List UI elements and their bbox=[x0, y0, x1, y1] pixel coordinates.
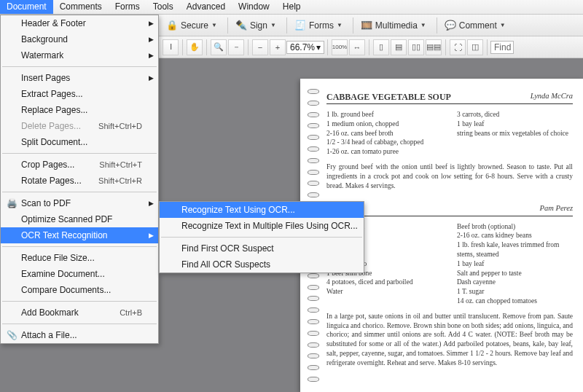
sign-tool[interactable]: ✒️ Sign ▼ bbox=[231, 18, 281, 33]
mi-recognize-text-ocr[interactable]: Recognize Text Using OCR... bbox=[160, 202, 364, 218]
mi-label: Add Bookmark bbox=[21, 307, 79, 318]
comment-tool[interactable]: 💬 Comment ▼ bbox=[440, 18, 510, 33]
mi-label: Recognize Text Using OCR... bbox=[181, 205, 295, 215]
ingredient: 1/2 - 3/4 head of cabbage, chopped bbox=[326, 138, 442, 147]
menubar: Document Comments Forms Tools Advanced W… bbox=[0, 0, 583, 15]
separator bbox=[248, 39, 249, 55]
submenu-arrow-icon: ▶ bbox=[149, 232, 154, 239]
mi-label: Background bbox=[21, 34, 68, 44]
shortcut: Shift+Ctrl+R bbox=[98, 176, 142, 185]
mi-recognize-multiple-ocr[interactable]: Recognize Text in Multiple Files Using O… bbox=[160, 218, 364, 234]
two-up[interactable]: ▯▯ bbox=[408, 39, 424, 55]
recipe1-title-row: CABBAGE VEGETABLE SOUP Lynda McCra bbox=[326, 92, 573, 104]
separator bbox=[353, 17, 353, 34]
plus-icon: + bbox=[275, 43, 280, 52]
separator bbox=[206, 39, 207, 55]
recipe1-body: Fry ground beef with the onion until bee… bbox=[326, 162, 573, 190]
mi-split-document[interactable]: Split Document... bbox=[1, 134, 158, 150]
separator bbox=[437, 17, 437, 34]
zoom-out[interactable]: － bbox=[228, 39, 244, 55]
mi-label: OCR Text Recognition bbox=[21, 230, 108, 240]
submenu-arrow-icon: ▶ bbox=[149, 74, 154, 82]
mi-label: Crop Pages... bbox=[21, 160, 74, 170]
recipe2-author: Pam Perez bbox=[540, 204, 573, 215]
single-page[interactable]: ▯ bbox=[373, 39, 389, 55]
reading-mode[interactable]: ◫ bbox=[467, 39, 483, 55]
ingredient: 2-16 oz. cans kidney beans bbox=[457, 231, 573, 240]
mi-insert-pages[interactable]: Insert Pages▶ bbox=[1, 70, 158, 86]
multimedia-tool[interactable]: 🎞️ Multimedia ▼ bbox=[356, 18, 431, 33]
mi-reduce-file-size[interactable]: Reduce File Size... bbox=[1, 250, 158, 266]
zoom-marquee[interactable]: 🔍 bbox=[211, 39, 227, 55]
mi-attach-file[interactable]: 📎Attach a File... bbox=[1, 327, 158, 343]
reading-icon: ◫ bbox=[472, 42, 479, 52]
mi-examine-document[interactable]: Examine Document... bbox=[1, 266, 158, 282]
comment-icon: 💬 bbox=[445, 20, 456, 31]
minus-icon: − bbox=[258, 43, 262, 52]
ingredient: Dash cayenne bbox=[457, 278, 573, 287]
ocr-submenu: Recognize Text Using OCR... Recognize Te… bbox=[159, 201, 364, 273]
menu-advanced[interactable]: Advanced bbox=[180, 0, 232, 14]
mi-scan-to-pdf[interactable]: 🖨️Scan to PDF▶ bbox=[1, 195, 158, 211]
zoom-combo[interactable]: 66.7% ▾ bbox=[286, 41, 324, 54]
recipe1-title: CABBAGE VEGETABLE SOUP bbox=[326, 92, 451, 103]
find-input[interactable]: Find bbox=[490, 41, 514, 54]
separator bbox=[487, 39, 488, 55]
two-up-cont[interactable]: ▤▤ bbox=[426, 39, 442, 55]
mi-label: Insert Pages bbox=[21, 73, 70, 83]
mi-rotate-pages[interactable]: Rotate Pages...Shift+Ctrl+R bbox=[1, 173, 158, 189]
mi-compare-documents[interactable]: Compare Documents... bbox=[1, 282, 158, 298]
menu-tools[interactable]: Tools bbox=[146, 0, 180, 14]
page-twoup-icon: ▯▯ bbox=[412, 42, 420, 52]
chevron-down-icon: ▾ bbox=[316, 42, 321, 52]
menu-comments[interactable]: Comments bbox=[53, 0, 109, 14]
page-single-icon: ▯ bbox=[379, 42, 383, 52]
chevron-down-icon: ▼ bbox=[420, 22, 426, 28]
menu-window[interactable]: Window bbox=[232, 0, 276, 14]
ingredient: Water bbox=[326, 287, 442, 297]
comment-label: Comment bbox=[459, 20, 497, 31]
zoom-value: 66.7% bbox=[290, 42, 315, 52]
mi-label: Optimize Scanned PDF bbox=[21, 214, 112, 224]
mi-background[interactable]: Background▶ bbox=[1, 31, 158, 47]
fit-width[interactable]: ↔ bbox=[349, 39, 365, 55]
mi-replace-pages[interactable]: Replace Pages... bbox=[1, 102, 158, 118]
mi-label: Find All OCR Suspects bbox=[181, 259, 270, 270]
mi-label: Watermark bbox=[21, 50, 63, 60]
mi-find-first-suspect[interactable]: Find First OCR Suspect bbox=[160, 240, 364, 256]
forms-icon: 🧾 bbox=[294, 20, 306, 31]
text-select-tool[interactable]: Ⅰ bbox=[163, 39, 179, 55]
mi-label: Delete Pages... bbox=[21, 121, 81, 131]
mi-ocr-text-recognition[interactable]: OCR Text Recognition▶ bbox=[1, 227, 158, 243]
mi-label: Replace Pages... bbox=[21, 105, 87, 115]
fit-width-icon: ↔ bbox=[353, 43, 361, 52]
chevron-down-icon: ▼ bbox=[211, 22, 217, 28]
shortcut: Shift+Ctrl+T bbox=[99, 160, 142, 169]
mi-extract-pages[interactable]: Extract Pages... bbox=[1, 86, 158, 102]
continuous-page[interactable]: ▤ bbox=[391, 39, 407, 55]
zoom-step-out[interactable]: − bbox=[252, 39, 268, 55]
ingredient: string beans or mix vegetables of choice bbox=[457, 129, 573, 138]
secure-tool[interactable]: 🔒 Secure ▼ bbox=[162, 18, 222, 33]
menu-separator bbox=[2, 192, 157, 192]
menu-help[interactable]: Help bbox=[276, 0, 308, 14]
mi-find-all-suspects[interactable]: Find All OCR Suspects bbox=[160, 256, 364, 273]
ingredient: 1-26 oz. can tomato puree bbox=[326, 147, 442, 157]
mi-crop-pages[interactable]: Crop Pages...Shift+Ctrl+T bbox=[1, 157, 158, 173]
mi-watermark[interactable]: Watermark▶ bbox=[1, 47, 158, 63]
fullscreen[interactable]: ⛶ bbox=[450, 39, 466, 55]
forms-label: Forms bbox=[309, 20, 334, 31]
forms-tool[interactable]: 🧾 Forms ▼ bbox=[290, 18, 347, 33]
mi-header-footer[interactable]: Header & Footer▶ bbox=[1, 15, 158, 31]
mi-add-bookmark[interactable]: Add BookmarkCtrl+B bbox=[1, 305, 158, 321]
zoom-actual[interactable]: 100% bbox=[332, 39, 348, 55]
mi-label: Reduce File Size... bbox=[21, 253, 95, 263]
ingredient: 2-16 oz. cans beef broth bbox=[326, 129, 442, 138]
mi-optimize-scanned[interactable]: Optimize Scanned PDF bbox=[1, 211, 158, 227]
menu-document[interactable]: Document bbox=[0, 0, 53, 14]
menu-forms[interactable]: Forms bbox=[109, 0, 146, 14]
zoom-step-in[interactable]: + bbox=[270, 39, 286, 55]
separator bbox=[327, 39, 328, 55]
hand-tool[interactable]: ✋ bbox=[187, 39, 203, 55]
submenu-arrow-icon: ▶ bbox=[149, 20, 154, 27]
